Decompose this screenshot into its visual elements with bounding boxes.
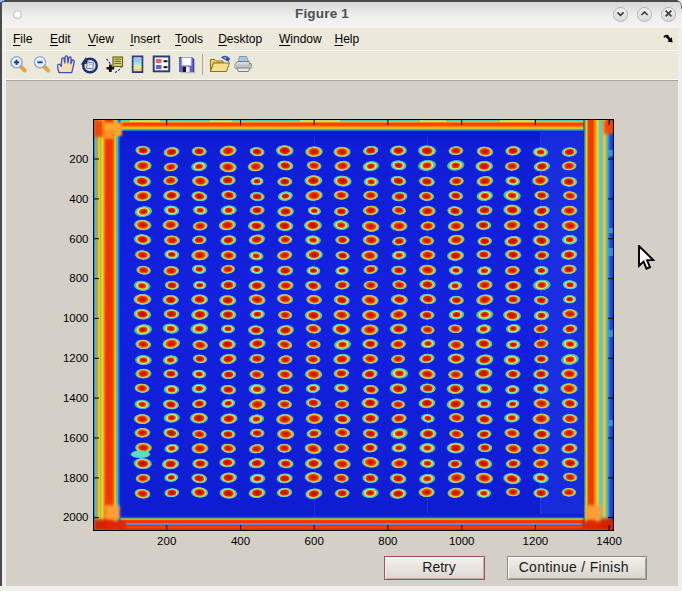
svg-text:1000: 1000 bbox=[449, 535, 475, 547]
svg-text:400: 400 bbox=[69, 193, 88, 205]
svg-text:1200: 1200 bbox=[523, 535, 549, 547]
svg-text:1200: 1200 bbox=[63, 352, 89, 364]
svg-text:200: 200 bbox=[157, 535, 176, 547]
svg-text:800: 800 bbox=[378, 535, 397, 547]
svg-text:1800: 1800 bbox=[63, 472, 89, 484]
svg-text:600: 600 bbox=[69, 233, 88, 245]
svg-text:1400: 1400 bbox=[596, 535, 622, 547]
svg-text:400: 400 bbox=[231, 535, 250, 547]
svg-text:1400: 1400 bbox=[63, 392, 89, 404]
svg-text:200: 200 bbox=[69, 153, 88, 165]
svg-text:600: 600 bbox=[305, 535, 324, 547]
svg-text:800: 800 bbox=[69, 272, 88, 284]
svg-text:1000: 1000 bbox=[63, 312, 89, 324]
svg-text:2000: 2000 bbox=[63, 511, 89, 523]
svg-text:1600: 1600 bbox=[63, 432, 89, 444]
